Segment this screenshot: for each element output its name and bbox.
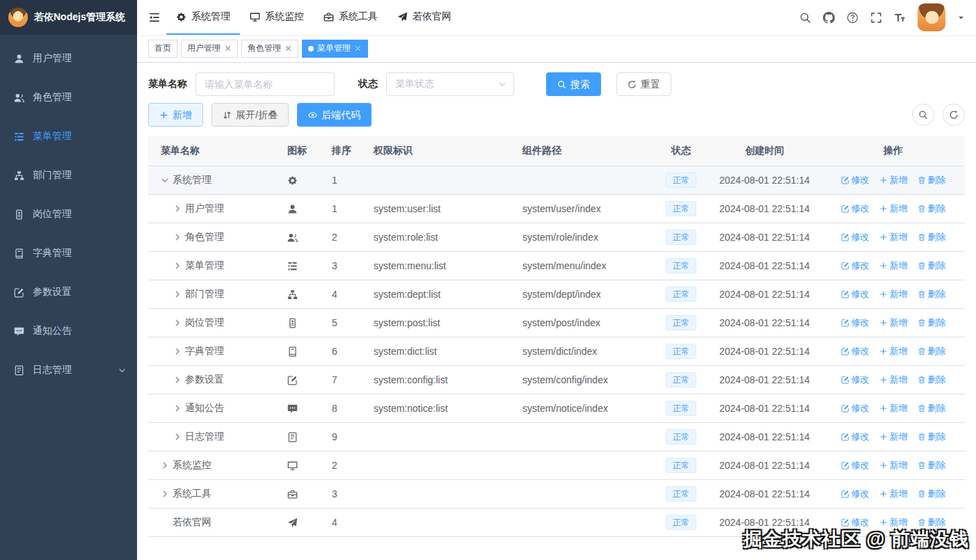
add-action[interactable]: 新增 — [879, 402, 908, 415]
menu-fold-button[interactable] — [148, 11, 161, 24]
chevron-right-icon[interactable] — [173, 233, 182, 241]
github-button[interactable] — [823, 12, 835, 24]
add-action[interactable]: 新增 — [879, 488, 908, 500]
help-button[interactable] — [847, 12, 858, 24]
add-action[interactable]: 新增 — [879, 288, 908, 301]
delete-action[interactable]: 删除 — [918, 345, 946, 358]
chevron-right-icon[interactable] — [173, 262, 182, 270]
edit-action[interactable]: 修改 — [841, 202, 870, 215]
delete-action[interactable]: 删除 — [918, 259, 946, 272]
chevron-right-icon[interactable] — [173, 290, 182, 298]
add-action[interactable]: 新增 — [879, 345, 908, 358]
delete-action[interactable]: 删除 — [918, 231, 946, 243]
chevron-right-icon[interactable] — [161, 461, 169, 470]
status-badge: 正常 — [666, 515, 696, 530]
edit-icon — [841, 233, 849, 241]
edit-action-label: 修改 — [851, 488, 870, 500]
sidebar-item-edit[interactable]: 参数设置 — [0, 273, 137, 312]
chevron-right-icon[interactable] — [173, 433, 182, 441]
reset-button[interactable]: 重置 — [616, 72, 671, 96]
add-action[interactable]: 新增 — [879, 202, 908, 215]
add-action[interactable]: 新增 — [879, 231, 908, 243]
delete-action[interactable]: 删除 — [918, 202, 946, 215]
tab-close-button[interactable] — [224, 45, 232, 52]
hide-search-button[interactable] — [912, 104, 934, 126]
delete-action[interactable]: 删除 — [918, 459, 946, 472]
add-action[interactable]: 新增 — [879, 317, 908, 329]
edit-action[interactable]: 修改 — [841, 317, 870, 329]
edit-action[interactable]: 修改 — [841, 488, 870, 500]
add-action[interactable]: 新增 — [879, 431, 908, 443]
add-action[interactable]: 新增 — [879, 259, 908, 272]
edit-action[interactable]: 修改 — [841, 231, 870, 243]
search-button[interactable]: 搜索 — [546, 72, 601, 96]
top-menu-item-gear[interactable]: 系统管理 — [166, 0, 240, 35]
sidebar-item-message[interactable]: 通知公告 — [0, 312, 137, 351]
font-size-button[interactable] — [894, 12, 906, 24]
edit-action[interactable]: 修改 — [841, 345, 870, 358]
edit-action[interactable]: 修改 — [841, 374, 870, 386]
sidebar-item-dict[interactable]: 字典管理 — [0, 234, 137, 273]
tab-3[interactable]: 菜单管理 — [302, 40, 368, 58]
chevron-right-icon[interactable] — [173, 404, 182, 413]
gear-icon — [176, 12, 186, 22]
chevron-right-icon[interactable] — [161, 490, 169, 498]
tab-2[interactable]: 角色管理 — [241, 40, 298, 58]
trash-icon — [918, 290, 926, 298]
delete-action[interactable]: 删除 — [918, 174, 946, 186]
edit-action[interactable]: 修改 — [841, 288, 870, 301]
chevron-right-icon[interactable] — [173, 205, 182, 213]
sidebar-item-log[interactable]: 日志管理 — [0, 351, 137, 390]
delete-action[interactable]: 删除 — [918, 374, 946, 386]
tab-0[interactable]: 首页 — [148, 40, 177, 58]
user-avatar[interactable] — [918, 3, 945, 31]
top-menu-item-monitor[interactable]: 系统监控 — [240, 0, 314, 35]
app-root: 若依Nodejs管理系统 用户管理角色管理菜单管理部门管理岗位管理字典管理参数设… — [0, 0, 976, 560]
edit-action[interactable]: 修改 — [841, 259, 870, 272]
delete-action[interactable]: 删除 — [918, 288, 946, 301]
fullscreen-button[interactable] — [870, 12, 882, 24]
chevron-down-icon[interactable] — [161, 176, 169, 184]
sidebar-item-post[interactable]: 岗位管理 — [0, 195, 137, 234]
chevron-right-icon[interactable] — [173, 376, 182, 384]
delete-action[interactable]: 删除 — [918, 431, 946, 443]
edit-action[interactable]: 修改 — [841, 459, 870, 472]
tab-close-button[interactable] — [354, 45, 362, 52]
sidebar-item-peoples[interactable]: 角色管理 — [0, 78, 137, 117]
tab-close-button[interactable] — [285, 45, 292, 52]
delete-action[interactable]: 删除 — [918, 516, 946, 529]
menu-name-input[interactable] — [195, 72, 335, 96]
sidebar-item-tree-table[interactable]: 菜单管理 — [0, 117, 137, 156]
edit-action[interactable]: 修改 — [841, 431, 870, 443]
delete-action[interactable]: 删除 — [918, 488, 946, 500]
top-menu-item-tool[interactable]: 系统工具 — [314, 0, 387, 35]
menu-icon-cell — [280, 451, 325, 479]
sidebar-item-tree[interactable]: 部门管理 — [0, 156, 137, 195]
delete-action[interactable]: 删除 — [918, 317, 946, 329]
tab-1[interactable]: 用户管理 — [181, 40, 238, 58]
sidebar-item-user[interactable]: 用户管理 — [0, 39, 137, 78]
add-action[interactable]: 新增 — [879, 459, 908, 472]
chevron-right-icon[interactable] — [173, 319, 182, 327]
backend-code-button[interactable]: 后端代码 — [297, 103, 371, 127]
created-cell: 2024-08-01 22:51:14 — [707, 251, 822, 280]
logo[interactable]: 若依Nodejs管理系统 — [0, 0, 137, 35]
user-dropdown-caret[interactable] — [957, 14, 965, 22]
edit-action[interactable]: 修改 — [841, 174, 870, 186]
table-row: 角色管理2system:role:listsystem/role/index正常… — [148, 223, 965, 251]
add-action[interactable]: 新增 — [879, 516, 908, 529]
refresh-button[interactable] — [943, 104, 965, 126]
top-menu-item-guide[interactable]: 若依官网 — [387, 0, 461, 35]
header-search-button[interactable] — [799, 12, 811, 24]
plus-icon — [879, 262, 888, 270]
add-action[interactable]: 新增 — [879, 174, 908, 186]
status-select[interactable]: 菜单状态 — [386, 72, 514, 96]
add-button[interactable]: 新增 — [148, 103, 203, 127]
edit-action[interactable]: 修改 — [841, 516, 870, 529]
edit-action[interactable]: 修改 — [841, 402, 870, 415]
chevron-right-icon[interactable] — [173, 347, 182, 355]
delete-action[interactable]: 删除 — [918, 402, 946, 415]
expand-collapse-button[interactable]: 展开/折叠 — [211, 103, 289, 127]
gear-icon — [287, 175, 298, 186]
add-action[interactable]: 新增 — [879, 374, 908, 386]
